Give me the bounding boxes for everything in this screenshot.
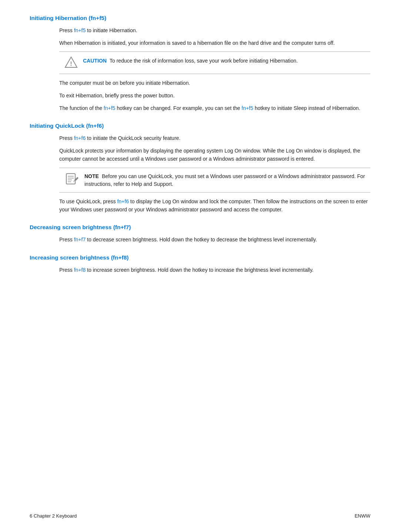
- svg-rect-2: [66, 174, 75, 184]
- note-icon: [64, 172, 79, 188]
- section-body-increase-brightness: Press fn+f8 to increase screen brightnes…: [59, 266, 370, 274]
- caution-label: CAUTION: [83, 58, 107, 64]
- paragraph: Press fn+f7 to decrease screen brightnes…: [59, 236, 370, 244]
- section-decrease-brightness: Decreasing screen brightness (fn+f7)Pres…: [30, 224, 370, 244]
- section-hibernation: Initiating Hibernation (fn+f5)Press fn+f…: [30, 15, 370, 112]
- section-body-hibernation: Press fn+f5 to initiate Hibernation.When…: [59, 27, 370, 112]
- caution-icon: !: [64, 56, 78, 70]
- section-title-quicklock: Initiating QuickLock (fn+f6): [30, 123, 370, 129]
- note-box: NOTEBefore you can use QuickLock, you mu…: [59, 168, 370, 193]
- hotkey-link[interactable]: fn+f5: [241, 105, 253, 111]
- paragraph: When Hibernation is initiated, your info…: [59, 39, 370, 47]
- section-title-decrease-brightness: Decreasing screen brightness (fn+f7): [30, 224, 370, 231]
- caution-box: ! CAUTIONTo reduce the risk of informati…: [59, 51, 370, 74]
- section-title-increase-brightness: Increasing screen brightness (fn+f8): [30, 254, 370, 261]
- footer-right: ENWW: [354, 513, 370, 519]
- hotkey-link[interactable]: fn+f5: [104, 105, 116, 111]
- section-body-quicklock: Press fn+f6 to initiate the QuickLock se…: [59, 134, 370, 214]
- paragraph: QuickLock protects your information by d…: [59, 147, 370, 163]
- caution-text: CAUTIONTo reduce the risk of information…: [83, 56, 298, 65]
- hotkey-link[interactable]: fn+f6: [74, 135, 86, 141]
- hotkey-link[interactable]: fn+f6: [117, 198, 129, 204]
- section-title-hibernation: Initiating Hibernation (fn+f5): [30, 15, 370, 21]
- svg-text:!: !: [70, 61, 72, 67]
- page-footer: 6 Chapter 2 KeyboardENWW: [30, 513, 370, 519]
- hotkey-link[interactable]: fn+f8: [74, 267, 86, 273]
- section-body-decrease-brightness: Press fn+f7 to decrease screen brightnes…: [59, 236, 370, 244]
- section-increase-brightness: Increasing screen brightness (fn+f8)Pres…: [30, 254, 370, 274]
- note-notepad-icon: [64, 172, 79, 187]
- caution-triangle-icon: !: [64, 56, 78, 69]
- note-text: NOTEBefore you can use QuickLock, you mu…: [84, 172, 365, 188]
- paragraph: To exit Hibernation, briefly press the p…: [59, 92, 370, 100]
- svg-line-8: [74, 180, 74, 182]
- paragraph: Press fn+f5 to initiate Hibernation.: [59, 27, 370, 35]
- paragraph: The function of the fn+f5 hotkey can be …: [59, 104, 370, 113]
- section-quicklock: Initiating QuickLock (fn+f6)Press fn+f6 …: [30, 123, 370, 214]
- note-label: NOTE: [84, 173, 99, 179]
- footer-left: 6 Chapter 2 Keyboard: [30, 513, 77, 519]
- paragraph: Press fn+f8 to increase screen brightnes…: [59, 266, 370, 274]
- paragraph: The computer must be on before you initi…: [59, 79, 370, 87]
- paragraph: Press fn+f6 to initiate the QuickLock se…: [59, 134, 370, 143]
- hotkey-link[interactable]: fn+f5: [74, 27, 86, 33]
- hotkey-link[interactable]: fn+f7: [74, 237, 86, 242]
- paragraph: To use QuickLock, press fn+f6 to display…: [59, 198, 370, 214]
